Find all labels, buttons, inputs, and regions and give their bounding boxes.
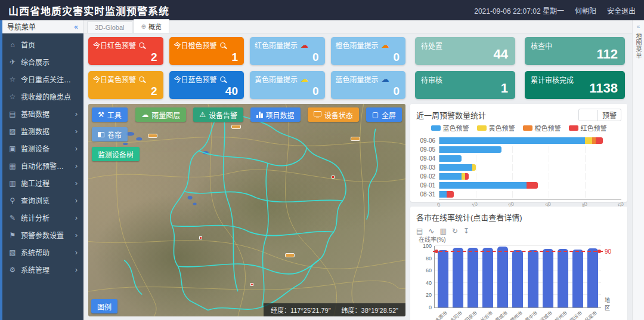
city-online-bar[interactable]: [438, 250, 448, 307]
city-online-bar[interactable]: [512, 250, 523, 307]
map-tools-button[interactable]: ⚒ 工具: [92, 107, 128, 122]
chart-bar-row: 09-02: [416, 173, 621, 180]
alert-card[interactable]: 今日橙色预警1: [169, 37, 244, 65]
city-online-bar[interactable]: [467, 248, 478, 307]
sidebar-item[interactable]: ☆我收藏的隐患点: [2, 88, 83, 105]
alert-card[interactable]: 黄色雨量提示☁0: [250, 71, 325, 99]
city-online-bar[interactable]: [572, 250, 583, 307]
sidebar-item[interactable]: ⚲查询浏览›: [2, 192, 83, 209]
device-tree-button[interactable]: 监测设备树: [92, 147, 140, 161]
map-marker[interactable]: [199, 236, 202, 239]
download-icon[interactable]: ↧: [463, 227, 469, 235]
tab-bar: 3D-Global⊕概览: [83, 20, 632, 33]
map-marker[interactable]: [332, 176, 335, 179]
sidebar-item[interactable]: ▧系统帮助›: [2, 244, 83, 261]
bar-group[interactable]: 晋中市: [527, 246, 540, 307]
sidebar-collapse-icon[interactable]: «: [74, 23, 78, 31]
sidebar-item[interactable]: ⚙系统管理›: [2, 261, 83, 278]
alert-card[interactable]: 今日黄色预警2: [88, 71, 163, 99]
alert-card[interactable]: 今日蓝色预警40: [169, 71, 244, 99]
map-curtain-button[interactable]: 卷帘: [92, 127, 128, 141]
status-card[interactable]: 累计审核完成1138: [525, 71, 625, 99]
bar-segment[interactable]: [439, 191, 447, 198]
legend-item[interactable]: 黄色预警: [477, 123, 515, 133]
alert-card[interactable]: 红色雨量提示☁0: [250, 37, 325, 65]
sidebar-item[interactable]: ⚑预警参数设置›: [2, 226, 83, 244]
city-online-bar[interactable]: [497, 247, 508, 307]
header-username[interactable]: 何朝阳: [575, 5, 596, 16]
status-card[interactable]: 待处置44: [415, 37, 515, 65]
warning-filter-select[interactable]: 预警: [578, 109, 621, 121]
sidebar-item[interactable]: ☆今日重点关注隐患点: [2, 70, 83, 88]
project-data-button[interactable]: 项目数据: [250, 107, 301, 122]
sidebar-item[interactable]: ▦自动化预警及处置›: [2, 157, 83, 174]
bar-segment[interactable]: [447, 191, 454, 198]
alert-card[interactable]: 今日红色预警2: [88, 37, 163, 65]
cloud-icon: ☁: [141, 111, 148, 118]
legend-item[interactable]: 橙色预警: [523, 123, 561, 133]
city-online-bar[interactable]: [482, 248, 493, 307]
alert-card[interactable]: 蓝色雨量提示☁0: [331, 71, 406, 99]
bar-group[interactable]: 忻州市: [556, 246, 569, 307]
x-axis-label: 大同市: [448, 309, 463, 320]
bar-segment[interactable]: [472, 164, 476, 171]
legend-item[interactable]: 红色预警: [569, 123, 607, 133]
sidebar-item[interactable]: ▥施工过程›: [2, 174, 83, 192]
device-icon: ▣: [8, 144, 17, 153]
device-status-button[interactable]: 设备状态: [308, 107, 359, 122]
bar-group[interactable]: 临汾市: [571, 246, 584, 307]
bar-segment[interactable]: [527, 182, 537, 189]
legend-item[interactable]: 蓝色预警: [431, 123, 469, 133]
bar-group[interactable]: 吕梁市: [586, 246, 599, 307]
line-chart-icon[interactable]: ∿: [428, 227, 434, 235]
map-menu-collapse-icon[interactable]: «: [637, 23, 640, 30]
city-online-bar[interactable]: [528, 250, 538, 307]
bar-segment[interactable]: [439, 164, 472, 171]
bar-group[interactable]: 晋城市: [496, 246, 509, 307]
city-online-bar[interactable]: [453, 248, 463, 307]
legend-label: 橙色预警: [535, 123, 561, 133]
city-online-bar[interactable]: [558, 249, 568, 307]
map-canvas[interactable]: ⚒ 工具 卷帘 监测设备树 ☁: [88, 104, 405, 316]
bar-segment[interactable]: [439, 146, 501, 153]
bar-segment[interactable]: [596, 137, 603, 144]
bar-segment[interactable]: [439, 137, 585, 144]
status-card[interactable]: 待审核1: [415, 71, 515, 99]
bar-segment[interactable]: [585, 137, 592, 144]
rain-layer-button[interactable]: ☁ 雨量图层: [135, 107, 186, 122]
bar-group[interactable]: 朔州市: [511, 246, 524, 307]
sidebar-item[interactable]: ✎统计分析›: [2, 209, 83, 226]
alert-card[interactable]: 橙色雨量提示☁0: [331, 37, 406, 65]
bar-group[interactable]: 大同市: [451, 246, 465, 307]
map-legend-button[interactable]: 图例: [91, 299, 117, 313]
bar-group[interactable]: 太原市: [436, 246, 450, 307]
data-view-icon[interactable]: ▤: [416, 227, 423, 235]
device-alarm-button[interactable]: ⚠ 设备告警: [193, 107, 243, 122]
star-icon: ☆: [8, 93, 17, 101]
sidebar-item[interactable]: ✈综合展示: [2, 53, 83, 70]
sidebar-item[interactable]: ▤基础数据›: [2, 105, 83, 122]
alert-card-text: 红色雨量提示: [255, 40, 298, 50]
fullscreen-button[interactable]: ▢ 全屏: [366, 107, 402, 122]
sidebar-item[interactable]: ▨监测数据›: [2, 122, 83, 140]
refresh-icon[interactable]: ↻: [452, 227, 458, 235]
status-card[interactable]: 核查中112: [525, 37, 625, 65]
bar-segment[interactable]: [439, 155, 462, 162]
bar-group[interactable]: 阳泉市: [466, 246, 479, 307]
city-online-bar[interactable]: [543, 249, 553, 307]
bar-segment[interactable]: [462, 173, 465, 180]
bar-group[interactable]: 长治市: [481, 246, 494, 307]
city-online-bar[interactable]: [587, 248, 598, 307]
bar-segment[interactable]: [465, 173, 469, 180]
tab-概览[interactable]: ⊕概览: [134, 19, 169, 33]
bar-segment[interactable]: [439, 182, 527, 189]
sidebar-item[interactable]: ⌂首页: [2, 36, 83, 53]
bar-group[interactable]: 运城市: [541, 246, 555, 307]
map-marker[interactable]: [250, 283, 253, 286]
bar-segment[interactable]: [439, 173, 462, 180]
logout-link[interactable]: 安全退出: [607, 5, 636, 16]
filter-input[interactable]: [579, 110, 598, 121]
sidebar-item[interactable]: ▣监测设备›: [2, 140, 83, 157]
bar-chart-icon[interactable]: ▥: [439, 227, 446, 235]
tab-3D-Global[interactable]: 3D-Global: [87, 21, 132, 33]
